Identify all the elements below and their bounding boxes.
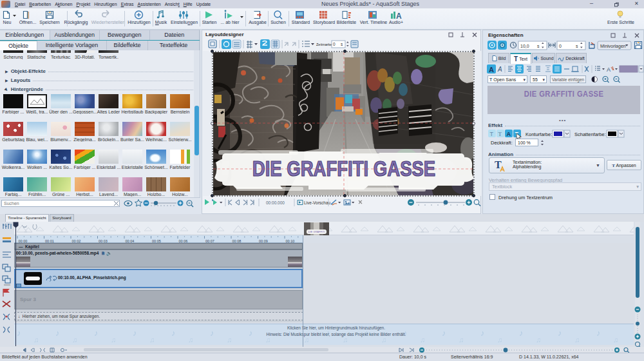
svg-text:0: 0 <box>559 44 562 48</box>
svg-text:00:03: 00:03 <box>99 239 108 243</box>
svg-text:A: A <box>497 66 502 73</box>
svg-text:00:05: 00:05 <box>152 239 161 243</box>
svg-text:T: T <box>490 131 494 137</box>
svg-text:00:07: 00:07 <box>205 239 214 243</box>
svg-text:10,0: 10,0 <box>520 44 529 48</box>
svg-text:0: 0 <box>333 42 336 46</box>
svg-text:A: A <box>607 66 611 73</box>
svg-text:00:10: 00:10 <box>286 239 295 243</box>
svg-text:Schattenfarbe:: Schattenfarbe: <box>574 132 606 137</box>
svg-text:00:00: 00:00 <box>19 239 28 243</box>
svg-text:00:04: 00:04 <box>126 239 135 243</box>
svg-text:00:06: 00:06 <box>179 239 188 243</box>
svg-text:T: T <box>498 131 502 137</box>
svg-text:A: A <box>507 131 511 137</box>
svg-text:s: s <box>537 44 540 48</box>
svg-text:00:09: 00:09 <box>259 239 268 243</box>
svg-text:DIE GRAFFITI GASSE: DIE GRAFFITI GASSE <box>252 156 435 180</box>
svg-text:s: s <box>576 44 578 48</box>
svg-text:00:00.000: 00:00.000 <box>266 200 285 205</box>
svg-text:00:08: 00:08 <box>232 239 242 243</box>
svg-text:A: A <box>489 66 494 73</box>
svg-text:Live-Vorschau: Live-Vorschau <box>304 200 331 205</box>
svg-text:00:01: 00:01 <box>45 239 54 243</box>
svg-text:Zeitmarke:: Zeitmarke: <box>316 43 333 46</box>
svg-text:00:02: 00:02 <box>72 239 81 243</box>
svg-text:Konturfarbe:: Konturfarbe: <box>526 132 552 137</box>
svg-text:A: A <box>396 12 402 21</box>
svg-text:Minivorlagen: Minivorlagen <box>600 44 626 49</box>
